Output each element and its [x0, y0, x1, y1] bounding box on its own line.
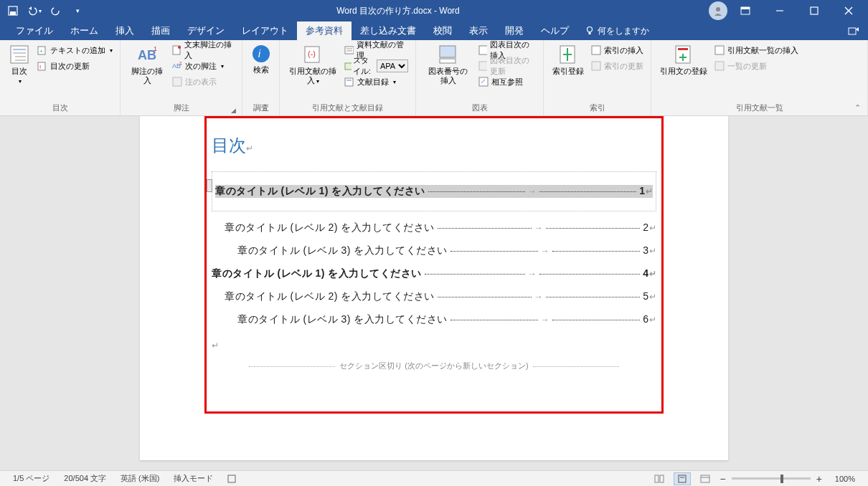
- insert-index-button[interactable]: 索引の挿入: [588, 42, 646, 58]
- undo-icon[interactable]: ▾: [24, 1, 44, 21]
- document-area[interactable]: 目次↵ 章のタイトル (レベル 1) を入力してください→ 1↵章のタイトル (…: [0, 116, 868, 470]
- style-dropdown[interactable]: APA: [377, 59, 408, 72]
- status-language[interactable]: 英語 (米国): [113, 473, 166, 484]
- update-toc-button[interactable]: !目次の更新: [34, 58, 115, 74]
- ribbon-display-icon[interactable]: [729, 0, 762, 22]
- macro-record-icon[interactable]: [220, 475, 243, 483]
- footnote-dialog-launcher[interactable]: ◢: [231, 107, 236, 114]
- tab-developer[interactable]: 開発: [496, 22, 532, 40]
- tab-view[interactable]: 表示: [461, 22, 496, 40]
- tell-me-search[interactable]: 何をしますか: [577, 22, 656, 40]
- ribbon: 目次▾ +テキストの追加▾ !目次の更新 目次 AB1 脚注の挿入 文末脚注の挿…: [0, 40, 868, 116]
- next-footnote-icon: AB1: [172, 61, 182, 71]
- zoom-slider[interactable]: [732, 477, 811, 480]
- tab-layout[interactable]: レイアウト: [233, 22, 297, 40]
- tab-mailings[interactable]: 差し込み文書: [352, 22, 425, 40]
- toc-entry[interactable]: 章のタイトル (レベル 1) を入力してください→ 4↵: [212, 267, 656, 280]
- tab-draw[interactable]: 描画: [143, 22, 179, 40]
- ribbon-tabs: ファイル ホーム 挿入 描画 デザイン レイアウト 参考資料 差し込み文書 校閲…: [0, 22, 868, 40]
- toc-button[interactable]: 目次▾: [4, 42, 34, 87]
- view-web-layout[interactable]: [697, 472, 714, 485]
- share-button[interactable]: [839, 22, 868, 40]
- insert-citation-button[interactable]: (-) 引用文献の挿入▾: [284, 42, 341, 87]
- toc-entry[interactable]: 章のタイトル (レベル 1) を入力してください→ 1↵: [215, 185, 653, 198]
- svg-rect-56: [660, 475, 664, 482]
- next-footnote-button[interactable]: AB1次の脚注▾: [169, 58, 237, 74]
- svg-rect-1: [10, 11, 16, 15]
- svg-rect-4: [741, 7, 750, 9]
- search-circle-icon: i: [251, 44, 271, 64]
- citation-style-select[interactable]: スタイル: APA: [341, 58, 411, 74]
- insert-footnote-button[interactable]: AB1 脚注の挿入: [125, 42, 169, 87]
- toc-field-handle[interactable]: [207, 179, 212, 192]
- manage-sources-icon: [344, 45, 354, 55]
- toc-entry[interactable]: 章のタイトル (レベル 2) を入力してください→ 2↵: [225, 221, 656, 234]
- svg-rect-46: [592, 46, 600, 54]
- zoom-in-button[interactable]: +: [816, 473, 822, 485]
- toc-icon: [9, 44, 30, 65]
- toc-entry[interactable]: 章のタイトル (レベル 2) を入力してください→ 5↵: [225, 290, 656, 303]
- add-text-icon: +: [37, 45, 47, 55]
- tab-help[interactable]: ヘルプ: [532, 22, 577, 40]
- show-notes-icon: [172, 77, 182, 87]
- minimize-button[interactable]: [763, 0, 796, 22]
- mark-citation-button[interactable]: 引用文の登録: [656, 42, 712, 77]
- maximize-button[interactable]: [798, 0, 831, 22]
- status-word-count[interactable]: 20/504 文字: [57, 473, 113, 484]
- mark-entry-button[interactable]: 索引登録: [548, 42, 588, 77]
- svg-rect-36: [345, 78, 353, 86]
- insert-endnote-button[interactable]: 文末脚注の挿入: [169, 42, 237, 58]
- status-insert-mode[interactable]: 挿入モード: [166, 473, 220, 484]
- insert-caption-button[interactable]: 図表番号の挿入: [420, 42, 476, 87]
- svg-rect-54: [228, 475, 235, 482]
- svg-text:(-): (-): [308, 49, 316, 58]
- update-toc-icon: !: [37, 61, 47, 71]
- collapse-ribbon-icon[interactable]: ⌃: [854, 103, 861, 113]
- tab-file[interactable]: ファイル: [7, 22, 62, 40]
- tab-insert[interactable]: 挿入: [107, 22, 143, 40]
- tab-review[interactable]: 校閲: [425, 22, 461, 40]
- status-page[interactable]: 1/5 ページ: [6, 473, 57, 484]
- citation-icon: (-): [302, 44, 324, 65]
- svg-rect-10: [589, 32, 591, 34]
- view-read-mode[interactable]: [651, 472, 668, 485]
- toc-entry[interactable]: 章のタイトル (レベル 3) を入力してください→ 6↵: [237, 313, 656, 326]
- svg-point-9: [588, 27, 593, 32]
- tab-design[interactable]: デザイン: [179, 22, 233, 40]
- tab-home[interactable]: ホーム: [62, 22, 107, 40]
- view-print-layout[interactable]: [674, 472, 691, 485]
- cross-ref-button[interactable]: 相互参照: [476, 74, 539, 90]
- toc-entry[interactable]: 章のタイトル (レベル 3) を入力してください→ 3↵: [237, 244, 656, 257]
- update-index-icon: [591, 61, 601, 71]
- tab-references[interactable]: 参考資料: [297, 22, 352, 40]
- toc-heading[interactable]: 目次↵: [212, 134, 656, 157]
- redo-icon[interactable]: [46, 1, 66, 21]
- tell-me-label: 何をしますか: [598, 25, 649, 37]
- svg-text:+: +: [39, 48, 43, 54]
- svg-rect-11: [849, 28, 856, 34]
- svg-rect-39: [440, 59, 456, 63]
- close-button[interactable]: [832, 0, 865, 22]
- update-toa-button: 一覧の更新: [712, 58, 801, 74]
- group-label-toa: 引用文献一覧: [656, 101, 863, 115]
- svg-text:1: 1: [179, 61, 182, 66]
- svg-rect-53: [715, 62, 724, 70]
- insert-toa-button[interactable]: 引用文献一覧の挿入: [712, 42, 801, 58]
- zoom-out-button[interactable]: −: [720, 473, 725, 485]
- svg-rect-42: [479, 77, 488, 86]
- save-icon[interactable]: [3, 1, 23, 21]
- svg-rect-41: [479, 62, 487, 70]
- bibliography-button[interactable]: 文献目録▾: [341, 74, 411, 90]
- qat-customize-icon[interactable]: ▾: [67, 1, 88, 21]
- zoom-level[interactable]: 100%: [828, 475, 862, 483]
- footnote-icon: AB1: [136, 44, 158, 65]
- document-page[interactable]: 目次↵ 章のタイトル (レベル 1) を入力してください→ 1↵章のタイトル (…: [140, 116, 728, 460]
- account-icon[interactable]: [709, 1, 727, 20]
- title-bar: ▾ ▾ Word 目次の作り方.docx - Word: [0, 0, 868, 22]
- update-index-button: 索引の更新: [588, 58, 646, 74]
- show-notes-button[interactable]: 注の表示: [169, 74, 237, 90]
- search-button[interactable]: i 検索: [247, 42, 275, 76]
- caption-icon: [438, 44, 459, 65]
- toc-field-box[interactable]: 章のタイトル (レベル 1) を入力してください→ 1↵: [212, 171, 656, 211]
- add-text-button[interactable]: +テキストの追加▾: [34, 42, 115, 58]
